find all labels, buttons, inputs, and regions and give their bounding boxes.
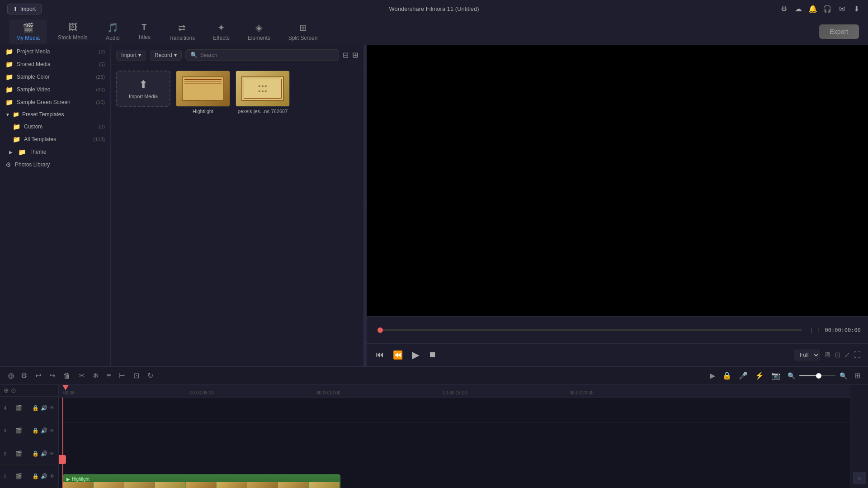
notification-icon[interactable]: 🔔: [808, 5, 817, 14]
quality-select[interactable]: Full: [794, 350, 820, 360]
track-1-volume-icon[interactable]: 🔊: [41, 473, 47, 479]
topbar-left: ⬆ Import: [7, 4, 42, 14]
expand-icon[interactable]: ⛶: [854, 351, 861, 359]
zoom-out-button[interactable]: 🔍: [785, 371, 797, 381]
zoom-slider[interactable]: [799, 375, 835, 376]
snapshot-button[interactable]: 📷: [769, 370, 783, 381]
step-back-button[interactable]: ⏪: [391, 348, 405, 362]
tab-audio[interactable]: 🎵 Audio: [99, 19, 127, 44]
sidebar-item-sample-green[interactable]: 📁 Sample Green Screen (10): [0, 96, 110, 109]
zoom-control: 🔍 🔍: [785, 371, 849, 381]
sidebar-item-sample-video[interactable]: 📁 Sample Video (20): [0, 83, 110, 96]
track-2-eye-icon[interactable]: 👁: [49, 450, 55, 457]
track-3-content[interactable]: [59, 422, 850, 447]
bracket-start[interactable]: [: [811, 327, 812, 333]
zoom-in-button[interactable]: 🔍: [837, 371, 849, 381]
delete-button[interactable]: 🗑: [61, 370, 73, 381]
sidebar-item-project-media[interactable]: 📁 Project Media (2): [0, 45, 110, 58]
media-item-pexels[interactable]: ≡ ≡ ≡≡ ≡ ≡ pexels-jes...ns-762687: [236, 71, 290, 114]
download-icon[interactable]: ⬇: [852, 5, 861, 14]
mail-icon[interactable]: ✉: [837, 5, 846, 14]
render-button[interactable]: ▶: [708, 370, 717, 381]
tab-transitions[interactable]: ⇄ Transitions: [161, 19, 202, 44]
preview-progress-bar[interactable]: [377, 329, 802, 331]
grid-view-icon[interactable]: ⊞: [352, 51, 358, 59]
redo2-button[interactable]: ↻: [145, 370, 156, 381]
track-4-lock-icon[interactable]: 🔒: [32, 405, 39, 411]
prev-frame-button[interactable]: ⏮: [374, 348, 386, 361]
track-4-content[interactable]: [59, 398, 850, 422]
mic-button[interactable]: 🎤: [736, 370, 750, 381]
sidebar-item-theme[interactable]: ▶ 📁 Theme: [0, 146, 110, 158]
crop-button[interactable]: ⊡: [131, 370, 142, 381]
sidebar-item-preset-templates[interactable]: ▼ 📁 Preset Templates: [0, 109, 110, 120]
media-item-highlight[interactable]: Hightlight: [176, 71, 230, 114]
track-2-volume-icon[interactable]: 🔊: [41, 450, 47, 457]
track-1-eye-icon[interactable]: 👁: [49, 473, 55, 479]
import-media-area[interactable]: ⬆ Import Media: [116, 71, 170, 107]
highlight-clip[interactable]: ▶ Highlight: [62, 474, 340, 488]
topbar-import-button[interactable]: ⬆ Import: [7, 4, 42, 14]
track-3-volume-icon[interactable]: 🔊: [41, 427, 47, 434]
redo-button[interactable]: ↪: [47, 370, 57, 381]
tab-my-media[interactable]: 🎬 My Media: [9, 19, 47, 44]
cloud-icon[interactable]: ☁: [794, 5, 803, 14]
monitor-icon[interactable]: 🖥: [824, 351, 831, 359]
sidebar-item-shared-media[interactable]: 📁 Shared Media (5): [0, 58, 110, 71]
upload-icon: ⬆: [139, 78, 148, 91]
play-button[interactable]: ▶: [410, 347, 421, 363]
undo-button[interactable]: ↩: [33, 370, 43, 381]
export-button[interactable]: Export: [819, 24, 859, 39]
crop-icon[interactable]: ⊡: [835, 351, 840, 359]
track-2-lock-icon[interactable]: 🔒: [32, 450, 39, 457]
track-3-lock-icon[interactable]: 🔒: [32, 427, 39, 434]
stop-button[interactable]: ⏹: [427, 348, 439, 361]
chevron-down-icon: ▾: [174, 52, 177, 58]
timeline-scroll-button[interactable]: ≡: [853, 472, 866, 484]
track-4-label: 4: [4, 405, 13, 411]
add-media-icon[interactable]: ⊕: [4, 387, 9, 394]
track-4-eye-icon[interactable]: 👁: [49, 405, 55, 411]
chevron-down-icon: ▾: [138, 52, 141, 58]
import-media-button[interactable]: ⬆ Import Media: [116, 71, 170, 114]
track-1-content[interactable]: ▶ Highlight: [59, 472, 850, 488]
timeline-settings-button[interactable]: ⚙: [19, 370, 29, 381]
record-button[interactable]: Record ▾: [150, 50, 182, 61]
magnet-icon[interactable]: ⊙: [11, 387, 16, 394]
clip-settings-button[interactable]: ⚡: [753, 370, 766, 381]
track-2-label: 2: [4, 451, 13, 456]
headset-icon[interactable]: 🎧: [823, 5, 832, 14]
track-row-2: 2 🎬 🔒 🔊 👁: [0, 442, 58, 465]
preview-controls: [ ] 00:00:00:00: [367, 316, 868, 343]
tab-effects[interactable]: ✦ Effects: [206, 19, 236, 44]
freeze-button[interactable]: ❄: [90, 370, 101, 381]
arrange-button[interactable]: ≡: [104, 370, 113, 381]
tab-elements[interactable]: ◈ Elements: [241, 19, 278, 44]
tab-titles[interactable]: T Titles: [131, 20, 158, 43]
track-4-volume-icon[interactable]: 🔊: [41, 405, 47, 411]
lock-button[interactable]: 🔒: [720, 370, 734, 381]
track-1-lock-icon[interactable]: 🔒: [32, 473, 39, 479]
cut-button[interactable]: ✂: [76, 370, 87, 381]
fit-timeline-button[interactable]: ⊞: [852, 370, 863, 381]
split-button[interactable]: ⊢: [117, 370, 127, 381]
sidebar-item-all-templates[interactable]: 📁 All Templates (113): [0, 133, 110, 146]
sidebar-item-photos-library[interactable]: ⚙ Photos Library: [0, 158, 110, 171]
clip-frames: [63, 482, 340, 488]
import-button[interactable]: Import ▾: [116, 50, 146, 61]
search-input[interactable]: [200, 52, 334, 58]
track-row-3: 3 🎬 🔒 🔊 👁: [0, 419, 58, 442]
settings-icon[interactable]: ⚙: [779, 5, 788, 14]
tab-split-screen[interactable]: ⊞ Split Screen: [281, 19, 325, 44]
bracket-end[interactable]: ]: [818, 327, 819, 333]
add-track-button[interactable]: ⊕: [5, 370, 17, 382]
zoom-icon[interactable]: ⤢: [844, 351, 850, 359]
folder-icon: 📁: [5, 61, 13, 68]
track-3-eye-icon[interactable]: 👁: [49, 427, 55, 434]
media-grid: ⬆ Import Media Hightlight: [111, 65, 363, 366]
sidebar-item-sample-color[interactable]: 📁 Sample Color (25): [0, 71, 110, 83]
tab-stock-media[interactable]: 🖼 Stock Media: [51, 19, 95, 43]
track-2-content[interactable]: [59, 447, 850, 472]
sidebar-item-custom[interactable]: 📁 Custom (0): [0, 120, 110, 133]
filter-icon[interactable]: ⊟: [343, 51, 349, 59]
